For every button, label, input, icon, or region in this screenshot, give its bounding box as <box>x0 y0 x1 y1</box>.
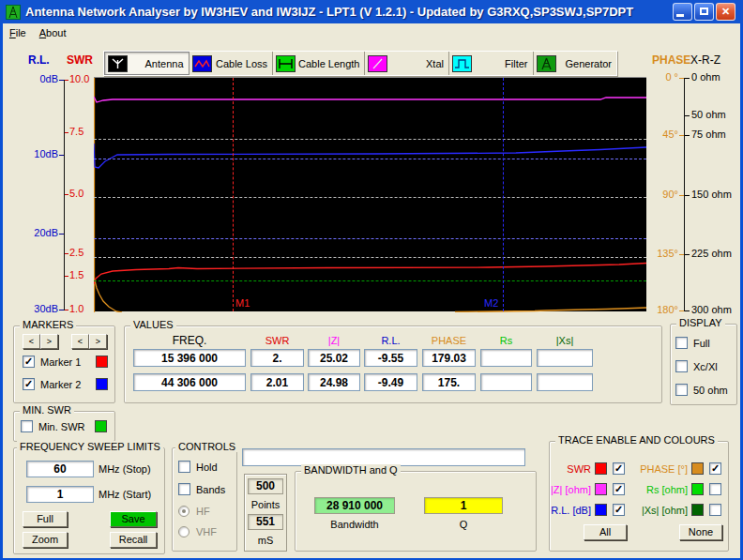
marker2-rs-value <box>480 373 532 391</box>
chart-marker-label: M1 <box>235 297 250 309</box>
menu-file[interactable]: File <box>3 25 33 40</box>
trace-phase-swatch[interactable] <box>691 462 704 475</box>
trace-rs-swatch[interactable] <box>691 483 704 495</box>
trace-all-button[interactable]: All <box>584 524 627 540</box>
marker2-left-spinner[interactable]: < <box>71 334 89 349</box>
display-xcxl-label: Xc/Xl <box>693 361 718 372</box>
close-button[interactable]: ✕ <box>716 3 735 21</box>
trace-xs-label: |Xs| [ohm] <box>622 505 688 516</box>
xrz-axis-title: X-R-Z <box>690 53 720 67</box>
axis-tick-label: 300 ohm <box>691 304 732 315</box>
display-full-checkbox[interactable] <box>675 337 688 349</box>
marker1-swr-value: 2. <box>250 349 304 367</box>
xs-header: |Xs| <box>537 335 593 346</box>
zoom-button[interactable]: Zoom <box>23 532 68 548</box>
axis-tick-label: 0dB <box>17 73 58 84</box>
phase-header: PHASE <box>422 335 476 346</box>
trace-swr-label: SWR <box>525 463 591 475</box>
display-full-label: Full <box>693 338 710 349</box>
display-50ohm-checkbox[interactable] <box>675 384 688 396</box>
cable-loss-icon <box>192 55 212 72</box>
toolbar-button-filter[interactable]: Filter <box>449 52 534 75</box>
chart-plot[interactable]: M1M2 <box>94 77 646 311</box>
marker1-freq-value: 15 396 000 <box>133 349 246 367</box>
trace-phase-checkbox[interactable] <box>709 462 721 475</box>
chart-gridline <box>94 280 646 281</box>
stop-frequency-input[interactable]: 60 <box>26 461 94 477</box>
axis-tick-mark <box>65 194 68 195</box>
start-frequency-input[interactable]: 1 <box>26 486 94 503</box>
toolbar-button-xtal[interactable]: Xtal <box>365 52 449 75</box>
full-sweep-button[interactable]: Full <box>23 511 68 527</box>
axis-tick-label: 150 ohm <box>691 189 732 200</box>
chart-marker-line[interactable] <box>233 78 234 311</box>
app-icon <box>6 5 21 20</box>
save-button[interactable]: Save <box>110 511 157 527</box>
trace-rl-swatch[interactable] <box>595 504 607 516</box>
trace-xs-checkbox[interactable] <box>709 504 721 516</box>
swr-header: SWR <box>250 335 304 346</box>
marker1-right-spinner[interactable]: > <box>40 334 58 349</box>
points-value: 500 <box>248 478 283 494</box>
toolbar-label: Cable Length <box>298 58 359 69</box>
axis-tick-label: 90° <box>649 189 678 200</box>
marker1-checkbox[interactable] <box>23 356 35 368</box>
trace-rs-checkbox[interactable] <box>709 483 721 495</box>
toolbar-label: Antenna <box>145 58 184 69</box>
axis-tick-label: 10.0 <box>69 73 89 84</box>
toolbar-button-cable-length[interactable]: Cable Length <box>273 52 365 75</box>
min-swr-panel-title: MIN. SWR <box>20 404 74 416</box>
minimize-button[interactable] <box>673 3 692 21</box>
hold-checkbox[interactable] <box>178 461 190 473</box>
traces-svg <box>94 78 646 312</box>
bandwidth-panel-title: BANDWIDTH and Q <box>301 464 401 476</box>
chart-gridline <box>94 197 646 198</box>
xtal-icon <box>368 55 387 72</box>
marker2-checkbox[interactable] <box>23 378 35 390</box>
marker1-color-swatch <box>96 356 108 368</box>
trace-xs-swatch[interactable] <box>691 504 704 516</box>
hf-label: HF <box>196 506 210 517</box>
trace-return-loss <box>94 144 646 168</box>
marker2-right-spinner[interactable]: > <box>89 334 107 349</box>
toolbar-button-cable-loss[interactable]: Cable Loss <box>190 52 274 75</box>
marker1-left-spinner[interactable]: < <box>23 334 40 349</box>
axis-tick-mark <box>685 195 690 196</box>
values-panel-title: VALUES <box>130 319 176 330</box>
display-xcxl-checkbox[interactable] <box>675 360 688 372</box>
menu-about[interactable]: About <box>33 25 73 40</box>
mode-toolbar: Antenna Cable Loss Cable Length Xtal Fil… <box>103 51 617 76</box>
right-axis-line <box>684 78 685 311</box>
recall-button[interactable]: Recall <box>110 532 157 548</box>
toolbar-button-antenna[interactable]: Antenna <box>104 52 190 75</box>
stop-frequency-label: MHz (Stop) <box>99 463 151 475</box>
left-axis-line <box>64 80 65 310</box>
trace-rs-label: Rs [ohm] <box>622 484 688 495</box>
generator-icon <box>537 55 556 72</box>
bands-label: Bands <box>196 484 225 495</box>
hf-radio[interactable] <box>178 506 190 517</box>
points-label: Points <box>244 499 287 510</box>
title-bar[interactable]: Antenna Network Analyser by IW3HEV and I… <box>0 0 743 23</box>
bands-checkbox[interactable] <box>178 483 190 495</box>
trace-phase-label: PHASE [°] <box>622 463 688 475</box>
trace-swr-swatch[interactable] <box>595 462 607 475</box>
axis-tick-label: 10dB <box>17 148 58 159</box>
trace-z-swatch[interactable] <box>595 483 607 495</box>
trace-z-magnitude <box>94 97 646 102</box>
toolbar-label: Cable Loss <box>216 58 267 69</box>
chart-marker-line[interactable] <box>503 78 504 311</box>
min-swr-color-swatch <box>95 420 107 432</box>
ms-label: mS <box>244 535 287 546</box>
marker2-rl-value: -9.49 <box>364 373 417 391</box>
menu-bar: File About <box>3 23 740 42</box>
maximize-button[interactable] <box>694 3 714 21</box>
vhf-radio[interactable] <box>178 526 190 537</box>
axis-tick-mark <box>685 115 690 116</box>
sweep-panel-title: FREQUENCY SWEEP LIMITS <box>17 441 163 452</box>
axis-tick-mark <box>65 310 68 310</box>
window-title: Antenna Network Analyser by IW3HEV and I… <box>25 5 633 19</box>
toolbar-button-generator[interactable]: Generator <box>534 52 617 75</box>
trace-none-button[interactable]: None <box>679 524 722 540</box>
min-swr-checkbox[interactable] <box>21 420 33 432</box>
